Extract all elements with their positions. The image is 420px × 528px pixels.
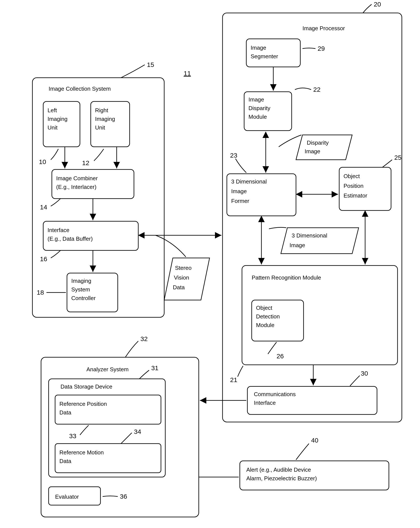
label-objpos-l1: Object: [344, 173, 360, 179]
label-refmot-l1: Reference Motion: [59, 449, 104, 456]
label-refmot-l2: Data: [59, 458, 71, 464]
label-3dform-l2: Image: [231, 188, 247, 194]
label-data-storage: Data Storage Device: [61, 383, 112, 390]
analyzer-system-group: Analyzer System 32 Data Storage Device 3…: [41, 335, 199, 517]
ref-23: 23: [230, 152, 237, 159]
label-analyzer-system: Analyzer System: [86, 366, 129, 372]
svg-rect-6: [222, 13, 402, 422]
label-dispimg-l2: Image: [305, 148, 320, 155]
label-3dimg-l2: Image: [289, 242, 305, 249]
label-objpos-l2: Position: [344, 183, 364, 189]
ref-26: 26: [277, 352, 284, 360]
ref-22: 22: [313, 86, 321, 93]
ref-31: 31: [151, 364, 158, 372]
svg-rect-0: [32, 78, 164, 317]
ref-34: 34: [134, 428, 141, 435]
ref-40: 40: [311, 437, 318, 444]
label-objdet-l2: Detection: [256, 313, 280, 320]
label-left-imaging-l3: Unit: [48, 124, 58, 131]
ref-16: 16: [40, 255, 47, 263]
label-comm-l1: Communications: [254, 391, 296, 397]
label-disparity-l1: Image: [248, 96, 264, 103]
alert-group: Alert (e.g., Audible Device Alarm, Piezo…: [240, 437, 389, 490]
image-collection-system-group: Image Collection System 15 Left Imaging …: [32, 61, 164, 317]
label-stereo-l3: Data: [173, 284, 185, 290]
label-right-imaging-l1: Right: [95, 107, 108, 114]
label-pattern-recog: Pattern Recognition Module: [252, 274, 321, 281]
ref-10: 10: [39, 158, 46, 165]
label-right-imaging-l2: Imaging: [95, 116, 115, 122]
ref-33: 33: [69, 432, 76, 440]
label-stereo-l1: Stereo: [175, 265, 192, 271]
label-interface-l1: Interface: [48, 227, 69, 233]
label-right-imaging-l3: Unit: [95, 124, 105, 131]
label-image-combiner-l2: (E.g., Interlacer): [56, 184, 96, 190]
label-image-collection-system: Image Collection System: [49, 85, 111, 92]
label-image-combiner-l1: Image Combiner: [56, 175, 98, 181]
label-segmenter-l1: Image: [251, 45, 266, 51]
label-dispimg-l1: Disparity: [307, 139, 329, 146]
label-left-imaging-l2: Imaging: [48, 116, 68, 122]
label-refpos-l1: Reference Position: [59, 401, 107, 407]
image-processor-group: Image Processor 20 Image Segmenter 29 Im…: [222, 1, 402, 422]
ref-30: 30: [361, 370, 368, 377]
ref-18: 18: [37, 289, 44, 296]
label-comm-l2: Interface: [254, 400, 276, 406]
label-stereo-l2: Vision: [174, 274, 189, 281]
stereo-vision-data: Stereo Vision Data: [156, 235, 210, 300]
label-segmenter-l2: Segmenter: [251, 53, 278, 60]
box-image-segmenter: [246, 39, 300, 67]
ref-14: 14: [40, 204, 47, 211]
label-alert-l2: Alarm, Piezoelectric Buzzer): [246, 475, 317, 481]
label-disparity-l2: Disparity: [248, 105, 270, 111]
ref-29: 29: [318, 45, 325, 52]
ref-15: 15: [147, 61, 154, 68]
label-3dform-l1: 3 Dimensional: [231, 178, 267, 185]
label-left-imaging-l1: Left: [48, 107, 57, 114]
ref-11: 11: [184, 70, 191, 77]
ref-21: 21: [230, 376, 237, 383]
three-d-image-doc: [281, 228, 359, 254]
disparity-image-doc: [296, 135, 352, 160]
ref-12: 12: [82, 159, 89, 167]
label-refpos-l2: Data: [59, 409, 71, 416]
label-objdet-l1: Object: [256, 305, 272, 311]
label-objdet-l3: Module: [256, 322, 274, 328]
ref-25: 25: [394, 154, 401, 161]
label-alert-l1: Alert (e.g., Audible Device: [246, 467, 311, 473]
label-imaging-ctrl-l1: Imaging: [71, 278, 91, 284]
label-imaging-ctrl-l2: System: [71, 286, 90, 293]
ref-32: 32: [140, 335, 148, 342]
label-3dimg-l1: 3 Dimensional: [292, 232, 327, 239]
label-objpos-l3: Estimator: [344, 192, 367, 199]
system-diagram: Image Collection System 15 Left Imaging …: [0, 0, 420, 528]
ref-20: 20: [374, 1, 381, 8]
label-image-processor: Image Processor: [302, 25, 345, 32]
label-imaging-ctrl-l3: Controller: [71, 295, 96, 301]
ref-36: 36: [120, 493, 127, 500]
label-3dform-l3: Former: [231, 198, 249, 204]
label-interface-l2: (E.g., Data Buffer): [48, 236, 93, 242]
label-disparity-l3: Module: [248, 114, 267, 120]
label-evaluator: Evaluator: [55, 493, 79, 500]
